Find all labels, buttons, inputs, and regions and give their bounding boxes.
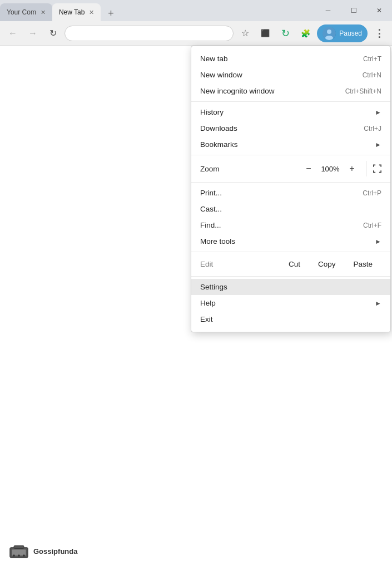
cut-button[interactable]: Cut [280,257,309,272]
svg-rect-5 [14,546,24,548]
close-button[interactable]: ✕ [366,2,392,19]
zoom-row: Zoom − 100% + [191,158,390,180]
menu-section-new: New tab Ctrl+T New window Ctrl+N New inc… [191,48,390,102]
svg-point-7 [18,554,20,557]
menu-item-help[interactable]: Help ► [191,295,390,311]
menu-item-more-tools[interactable]: More tools ► [191,233,390,249]
browser-toolbar: ← → ↻ ☆ ⬛ ↻ 🧩 Paused ⋮ [0,21,392,46]
tab-1-close[interactable]: ✕ [41,9,46,16]
menu-item-settings[interactable]: Settings [191,279,390,295]
svg-point-2 [325,36,333,40]
tab-2[interactable]: New Tab ✕ [52,3,101,21]
menu-section-history: History ► Downloads Ctrl+J Bookmarks ► [191,102,390,155]
menu-icon[interactable]: ⋮ [371,25,388,42]
menu-item-find[interactable]: Find... Ctrl+F [191,217,390,233]
menu-item-bookmarks[interactable]: Bookmarks ► [191,136,390,153]
back-button[interactable]: ← [4,25,21,42]
menu-item-print[interactable]: Print... Ctrl+P [191,185,390,201]
edit-row: Edit Cut Copy Paste [191,254,390,274]
content-area: New tab Ctrl+T New window Ctrl+N New inc… [0,46,392,570]
menu-item-downloads[interactable]: Downloads Ctrl+J [191,120,390,136]
paused-button[interactable]: Paused [317,24,368,42]
tab-1[interactable]: Your Com ✕ [0,3,52,21]
bookmark-icon[interactable]: ☆ [237,25,254,42]
forward-button[interactable]: → [24,25,41,42]
paused-label: Paused [339,30,362,37]
window-controls: ─ ☐ ✕ [315,0,392,21]
extension-icon-1[interactable]: ⬛ [257,25,274,42]
paste-button[interactable]: Paste [344,257,381,272]
menu-section-settings: Settings Help ► Exit [191,277,390,330]
menu-section-tools: Print... Ctrl+P Cast... Find... Ctrl+F M… [191,183,390,252]
svg-point-6 [13,554,15,557]
zoom-controls: − 100% + [301,161,359,176]
refresh-button[interactable]: ↻ [44,25,61,42]
menu-item-new-window[interactable]: New window Ctrl+N [191,67,390,83]
browser-frame: Your Com ✕ New Tab ✕ + ─ ☐ ✕ ← → ↻ ☆ ⬛ ↻ [0,0,392,570]
svg-point-8 [23,554,25,557]
svg-point-1 [327,30,331,34]
menu-section-zoom: Zoom − 100% + [191,155,390,183]
refresh-sync-icon[interactable]: ↻ [277,25,294,42]
tab-1-title: Your Com [7,8,36,16]
menu-item-history[interactable]: History ► [191,104,390,120]
address-bar[interactable] [64,26,234,41]
minimize-button[interactable]: ─ [315,2,341,19]
copy-button[interactable]: Copy [309,257,345,272]
maximize-button[interactable]: ☐ [341,2,366,19]
menu-item-cast[interactable]: Cast... [191,201,390,217]
watermark-icon [9,543,29,559]
zoom-out-button[interactable]: − [301,161,316,176]
avatar [322,27,336,40]
tab-2-close[interactable]: ✕ [89,9,94,16]
menu-item-incognito[interactable]: New incognito window Ctrl+Shift+N [191,83,390,99]
puzzle-icon[interactable]: 🧩 [297,25,314,42]
watermark: Gossipfunda [9,543,77,559]
zoom-value: 100% [320,165,340,173]
tab-2-title: New Tab [59,8,85,16]
new-tab-button[interactable]: + [103,6,118,21]
chrome-menu: New tab Ctrl+T New window Ctrl+N New inc… [191,46,391,332]
menu-item-new-tab[interactable]: New tab Ctrl+T [191,51,390,67]
menu-item-exit[interactable]: Exit [191,311,390,327]
zoom-in-button[interactable]: + [345,161,359,176]
watermark-text: Gossipfunda [33,547,77,556]
menu-section-edit: Edit Cut Copy Paste [191,252,390,277]
fullscreen-button[interactable] [366,161,381,176]
